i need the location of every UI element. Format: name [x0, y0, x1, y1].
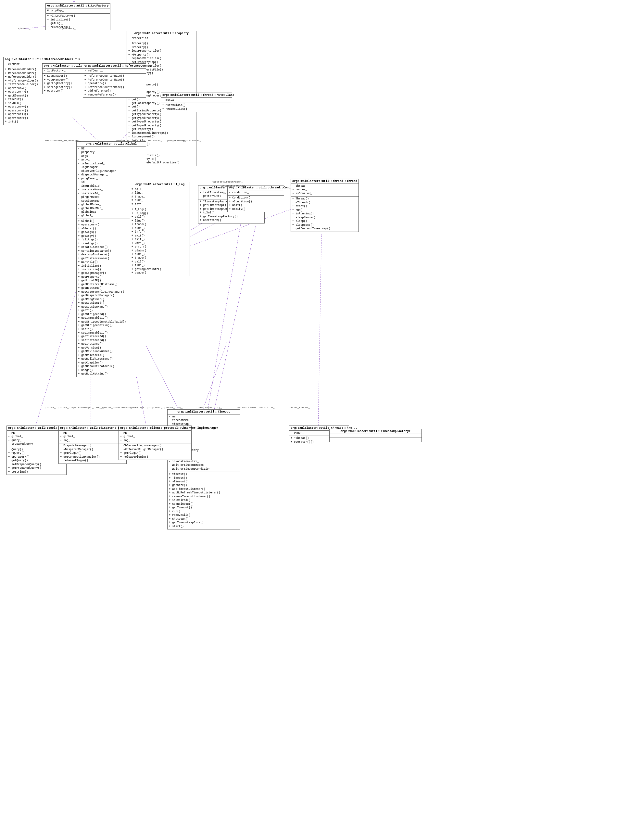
label-property: property_ [116, 139, 130, 142]
box-Thread-attrs: - thread_ - runner_ - isStarted_ [291, 184, 359, 197]
box-Timeout-methods: + timeout() + Timeout() + ~Timeout() + g… [167, 472, 240, 529]
box-ReferenceCounter-title: org::xnlBlaster::util::ReferenceCounter [83, 64, 146, 69]
svg-line-3 [71, 117, 99, 141]
box-Thread-methods: + Thread() + ~Thread() + start() + run()… [291, 197, 359, 231]
label-global-dispatchManager: global_dispatchManager_ [58, 406, 93, 409]
box-MutexClass-methods: + MutexClass() + ~MutexClass() [161, 103, 232, 112]
box-Condition-attrs: - condition_ [228, 190, 284, 195]
svg-line-14 [203, 341, 227, 409]
box-MutexClass: org::xnlBlaster::util::thread::MutexClas… [161, 93, 232, 112]
box-DispatchManager-methods: + DispatchManager() + ~DispatchManager()… [59, 443, 126, 463]
box-TimestampFactory2-empty2 [330, 438, 422, 442]
box-ReferenceCounter-methods: + ReferenceCounterBase() + ReferenceCoun… [83, 74, 146, 97]
label-timestampFactory: timestampFactory_ [195, 406, 222, 409]
box-Thread: org::xnlBlaster::util::thread::Thread - … [291, 179, 359, 232]
box-Timeout-title: org::xnlBlaster::util::Timeout [167, 410, 240, 414]
box-DispatchManager-title: org::xnlBlaster::util::dispatch::Dispatc… [59, 426, 126, 431]
box-ILog-attrs: # call_ # line_ # trace_ # dump_ # info_ [130, 187, 190, 207]
box-Thread-title: org::xnlBlaster::util::thread::Thread [291, 179, 359, 184]
box-Property-title: org::xnlBlaster::util::Property [127, 31, 196, 36]
svg-line-15 [208, 208, 243, 409]
box-ILog: org::xnlBlaster::util::I_Log # call_ # l… [130, 182, 190, 276]
box-ILogFactory-title: org::xnlBlaster::util::I_LogFactory [46, 3, 110, 8]
label-waitForTimeoutCondition: waitForTimeoutCondition_ [237, 406, 274, 409]
box-DispatchManager-attrs: - ME - global_ - log_ [59, 431, 126, 443]
box-ILog-methods: + I_Log() + ~I_Log() + call() + line() +… [130, 207, 190, 276]
box-ILogFactory: org::xnlBlaster::util::I_LogFactory # pr… [45, 3, 110, 30]
box-DispatchManager: org::xnlBlaster::util::dispatch::Dispatc… [58, 426, 127, 464]
box-ILogFactory-methods: + ~I_LogFactory() + initialize() + getLo… [46, 14, 110, 30]
box-TimestampFactory2: org::xnlBlaster::util::TimestampFactoryI [329, 429, 422, 442]
label-log-global-cb: log_global_cbServerPluginManage... [96, 406, 149, 409]
label-getterMutex: getterMutex_ [182, 139, 201, 142]
box-MutexClass-attrs: - mutex_ [161, 98, 232, 103]
label-pingTimer-global-log: pingTimer_ global_ log_ [147, 406, 182, 409]
box-TimestampFactory2-title: org::xnlBlaster::util::TimestampFactoryI [330, 429, 422, 434]
box-Condition-methods: + Condition() + ~Condition() + wait() + … [228, 195, 284, 212]
box-ReferenceCounter: org::xnlBlaster::util::ReferenceCounter … [83, 63, 146, 98]
label-logFactory: logFactory_ [58, 27, 76, 30]
box-MutexClass-title: org::xnlBlaster::util::thread::MutexClas… [161, 93, 232, 98]
box-CbServerPluginManager-title: org::xnlBlaster::client::protocol::CbSer… [119, 426, 191, 431]
box-Condition: org::xnlBlaster::util::thread::Condition… [227, 185, 284, 212]
box-Query-methods: + Query() + ~Query() + operator=() + get… [7, 447, 66, 474]
box-CbServerPluginManager-methods: + CbServerPluginManager() + ~CbServerPlu… [119, 443, 191, 460]
box-Query-attrs: - ME - global_ - query_ - preparedQuery_ [7, 431, 66, 447]
label-waitForTimeoutMutex: waitForTimeoutMutex_ [212, 180, 243, 183]
label-global-bottom: global_ [45, 406, 56, 409]
box-ILogFactory-attrs: # propMap_ [46, 8, 110, 14]
svg-line-16 [214, 208, 260, 409]
box-CbServerPluginManager: org::xnlBlaster::client::protocol::CbSer… [119, 426, 192, 460]
label-element: element_ [18, 27, 30, 30]
box-Global-title: org::xnlBlaster::util::Global [77, 142, 146, 147]
svg-line-17 [318, 234, 322, 426]
box-ReferenceCounter-attrs: - refCount_ [83, 69, 146, 74]
box-ReferenceHolder-title: org::xnlBlaster::util::ReferenceHolder< … [3, 57, 63, 62]
box-Query-title: org::xnlBlaster::util::pool::Query [7, 426, 66, 431]
label-logManager: logManager_ [64, 139, 81, 142]
box-Property-attrs: - properties_ [127, 36, 196, 41]
label-sessionName: sessionName_ [45, 139, 64, 142]
box-ILog-title: org::xnlBlaster::util::I_Log [130, 182, 190, 187]
box-CbServerPluginManager-attrs: - ME - global_ - log_ [119, 431, 191, 443]
label-invocationMutex: invocationMutex_ [221, 184, 246, 187]
label-owner-runner: owner_runner_ [290, 406, 310, 409]
box-TimestampFactory2-empty1 [330, 434, 422, 438]
box-Query: org::xnlBlaster::util::pool::Query - ME … [6, 426, 66, 475]
label-globalMutex: globalMutex_ [143, 139, 163, 142]
